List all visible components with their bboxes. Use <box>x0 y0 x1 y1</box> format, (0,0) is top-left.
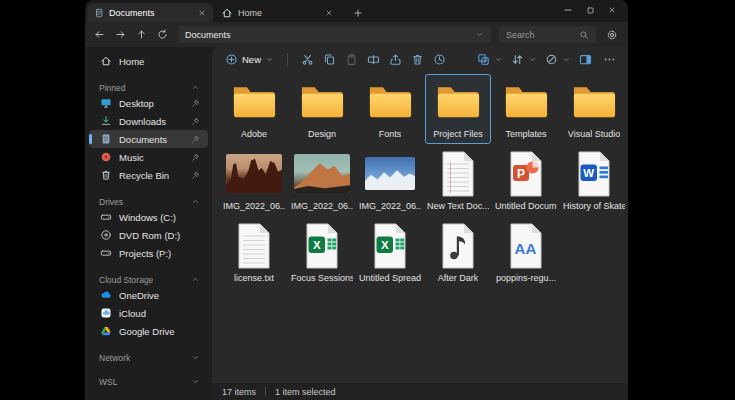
view-icon <box>541 49 561 69</box>
sidebar-item-music[interactable]: Music <box>89 148 208 166</box>
settings-button[interactable] <box>602 25 621 44</box>
pin-icon <box>191 171 200 180</box>
onedrive-icon <box>99 289 112 302</box>
minimize-button[interactable] <box>557 0 579 20</box>
file-tile-project-files[interactable]: Project Files <box>425 74 491 144</box>
up-button[interactable] <box>132 25 151 44</box>
sidebar-item-home[interactable]: Home <box>89 52 208 70</box>
file-name: license.txt <box>234 272 274 284</box>
file-tile-templates[interactable]: Templates <box>493 74 559 144</box>
text-plain-file-icon <box>222 219 286 272</box>
dvd-icon <box>99 229 112 242</box>
image-thumbnail <box>290 147 354 200</box>
file-tile-img-2022-06[interactable]: IMG_2022_06... <box>357 146 423 216</box>
share-button[interactable] <box>385 49 405 69</box>
sidebar-item-desktop[interactable]: Desktop <box>89 94 208 112</box>
file-name: Visual Studio <box>568 128 620 140</box>
new-tab-button[interactable] <box>349 4 366 21</box>
cut-button[interactable] <box>297 49 317 69</box>
address-bar[interactable]: Documents <box>178 26 491 43</box>
chevron-down-icon[interactable] <box>191 377 200 386</box>
sort-button[interactable] <box>507 49 537 69</box>
sidebar-section-drives[interactable]: Drives <box>85 195 212 208</box>
svg-text:X: X <box>381 239 389 251</box>
sidebar-item-documents[interactable]: Documents <box>89 130 208 148</box>
file-tile-untitled-docum[interactable]: P Untitled Docum... <box>493 146 559 216</box>
file-tile-after-dark[interactable]: After Dark <box>425 218 491 288</box>
tab-close-button[interactable] <box>195 6 208 19</box>
chevron-up-icon[interactable] <box>191 83 200 92</box>
file-tile-license-txt[interactable]: license.txt <box>221 218 287 288</box>
font-file-icon: AA <box>494 219 558 272</box>
history-button[interactable] <box>429 49 449 69</box>
paste-button[interactable] <box>341 49 361 69</box>
file-tile-adobe[interactable]: Adobe <box>221 74 287 144</box>
svg-text:A: A <box>526 240 537 257</box>
tab-home[interactable]: Home <box>214 3 340 22</box>
tab-close-button[interactable] <box>322 6 335 19</box>
forward-button[interactable] <box>111 25 130 44</box>
sidebar-item-label: OneDrive <box>119 290 200 301</box>
file-tile-visual-studio[interactable]: Visual Studio <box>561 74 627 144</box>
file-tile-img-2022-06[interactable]: IMG_2022_06... <box>221 146 287 216</box>
recycle-bin-icon <box>99 169 112 182</box>
pin-icon <box>191 135 200 144</box>
address-text: Documents <box>185 30 231 40</box>
sidebar-item-recycle-bin[interactable]: Recycle Bin <box>89 166 208 184</box>
file-name: New Text Doc... <box>427 200 489 212</box>
paste-icon <box>345 53 358 66</box>
copy-button[interactable] <box>319 49 339 69</box>
refresh-button[interactable] <box>153 25 172 44</box>
new-plus-icon <box>225 53 238 66</box>
titlebar: Documents Home <box>85 0 628 22</box>
sidebar-item-google-drive[interactable]: Google Drive <box>89 322 208 340</box>
section-label: Network <box>99 353 130 363</box>
file-tile-history-of-skate[interactable]: W History of Skate... <box>561 146 627 216</box>
chevron-down-icon <box>265 55 274 64</box>
file-name: Fonts <box>379 128 402 140</box>
search-input[interactable]: Search <box>499 26 596 43</box>
more-button[interactable] <box>599 49 619 69</box>
status-bar: 17 items 1 item selected <box>212 383 628 400</box>
folder-icon <box>562 75 626 128</box>
sidebar-section-wsl[interactable]: WSL <box>85 375 212 388</box>
close-button[interactable] <box>601 0 623 20</box>
pin-icon <box>191 153 200 162</box>
sidebar-item-onedrive[interactable]: OneDrive <box>89 286 208 304</box>
sidebar-section-pinned[interactable]: Pinned <box>85 81 212 94</box>
sidebar-section-network[interactable]: Network <box>85 351 212 364</box>
rename-button[interactable] <box>363 49 383 69</box>
delete-button[interactable] <box>407 49 427 69</box>
chevron-down-icon[interactable] <box>191 353 200 362</box>
view-button[interactable] <box>541 49 571 69</box>
file-tile-focus-sessions[interactable]: X Focus Sessions <box>289 218 355 288</box>
excel-file-icon: X <box>290 219 354 272</box>
sidebar-item-downloads[interactable]: Downloads <box>89 112 208 130</box>
file-tile-untitled-spreads[interactable]: X Untitled Spreads... <box>357 218 423 288</box>
file-tile-poppins-regu[interactable]: AA poppins-regu... <box>493 218 559 288</box>
sidebar-section-cloud-storage[interactable]: Cloud Storage <box>85 273 212 286</box>
sidebar-item-projects-p[interactable]: Projects (P:) <box>89 244 208 262</box>
tab-documents[interactable]: Documents <box>87 3 213 22</box>
sidebar-item-dvd-d[interactable]: DVD Rom (D:) <box>89 226 208 244</box>
back-button[interactable] <box>90 25 109 44</box>
maximize-button[interactable] <box>579 0 601 20</box>
image-thumbnail <box>358 147 422 200</box>
chevron-up-icon[interactable] <box>191 197 200 206</box>
status-divider <box>265 387 266 396</box>
sidebar-item-label: Music <box>119 152 184 163</box>
chevron-up-icon[interactable] <box>191 275 200 284</box>
file-tile-design[interactable]: Design <box>289 74 355 144</box>
tab-label: Documents <box>109 8 190 18</box>
file-tile-fonts[interactable]: Fonts <box>357 74 423 144</box>
chevron-down-icon <box>528 55 537 64</box>
file-tile-img-2022-06[interactable]: IMG_2022_06... <box>289 146 355 216</box>
select-button[interactable] <box>473 49 503 69</box>
sidebar-item-windows-c[interactable]: Windows (C:) <box>89 208 208 226</box>
chevron-down-icon[interactable] <box>475 30 484 39</box>
sidebar-item-icloud[interactable]: iCloud <box>89 304 208 322</box>
sidebar-item-label: iCloud <box>119 308 200 319</box>
details-pane-button[interactable] <box>575 49 595 69</box>
file-tile-new-text-doc[interactable]: New Text Doc... <box>425 146 491 216</box>
new-button[interactable]: New <box>221 49 278 69</box>
